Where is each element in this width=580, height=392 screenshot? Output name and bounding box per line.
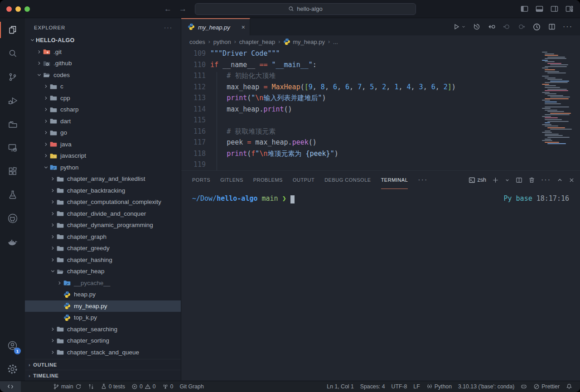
status-cursor-position[interactable]: Ln 1, Col 1 <box>324 381 357 392</box>
open-changes-icon[interactable] <box>488 23 496 31</box>
status-python-interpreter[interactable]: 3.10.13 ('base': conda) <box>455 381 517 392</box>
tree-item-chapter_array_and_linkedlist[interactable]: chapter_array_and_linkedlist <box>25 173 181 185</box>
status-prettier[interactable]: Prettier <box>530 381 563 392</box>
tree-item-.git[interactable]: .git <box>25 46 181 58</box>
explorer-more-actions-icon[interactable]: ··· <box>164 24 173 31</box>
navigate-forward-icon[interactable]: → <box>179 5 187 14</box>
timeline-section[interactable]: › TIMELINE <box>25 370 181 381</box>
code-line-116[interactable]: 116 # 获取堆顶元素 <box>181 126 580 137</box>
tree-item-chapter_dynamic_programming[interactable]: chapter_dynamic_programming <box>25 219 181 231</box>
close-tab-icon[interactable]: × <box>242 24 245 31</box>
panel-more-actions-icon[interactable]: ··· <box>541 176 551 184</box>
status-language-mode[interactable]: Python <box>423 381 455 392</box>
tree-item-chapter_graph[interactable]: chapter_graph <box>25 231 181 243</box>
status-encoding[interactable]: UTF-8 <box>388 381 411 392</box>
remote-explorer-icon[interactable] <box>0 136 25 160</box>
code-line-115[interactable]: 115 <box>181 115 580 126</box>
tree-item-chapter_hashing[interactable]: chapter_hashing <box>25 254 181 266</box>
zoom-window-button[interactable] <box>24 6 30 12</box>
next-change-icon[interactable] <box>517 23 526 31</box>
tree-item-heap.py[interactable]: heap.py <box>25 289 181 300</box>
toggle-sidebar-icon[interactable] <box>520 5 529 13</box>
panel-tab-gitlens[interactable]: GITLENS <box>220 171 243 189</box>
minimize-window-button[interactable] <box>15 6 21 12</box>
status-tests[interactable]: 0 tests <box>97 381 128 392</box>
status-git-branch[interactable]: main <box>50 381 85 392</box>
more-actions-icon[interactable]: ··· <box>563 23 573 31</box>
breadcrumb-item[interactable]: my_heap.py <box>283 38 325 45</box>
tree-item-chapter_computational_complexity[interactable]: chapter_computational_complexity <box>25 196 181 208</box>
code-line-111[interactable]: 111 # 初始化大顶堆 <box>181 70 580 82</box>
code-line-119[interactable]: 119 <box>181 159 580 170</box>
terminal-shell-label[interactable]: zsh <box>469 177 486 184</box>
tree-item-csharp[interactable]: csharp <box>25 104 181 116</box>
run-python-file-icon[interactable] <box>452 23 466 31</box>
project-folders-icon[interactable] <box>0 112 25 136</box>
breadcrumb-item[interactable]: ... <box>333 39 338 45</box>
tree-item-codes[interactable]: codes <box>25 69 181 81</box>
tree-item-cpp[interactable]: cpp <box>25 92 181 104</box>
status-notifications[interactable] <box>563 381 575 392</box>
source-control-icon[interactable] <box>0 65 25 89</box>
status-git-compare[interactable] <box>85 381 97 392</box>
split-editor-icon[interactable] <box>548 23 556 31</box>
panel-tab-output[interactable]: OUTPUT <box>293 171 314 189</box>
tree-item-chapter_searching[interactable]: chapter_searching <box>25 324 181 335</box>
tree-item-.github[interactable]: .github <box>25 58 181 69</box>
tree-item-java[interactable]: java <box>25 139 181 150</box>
tree-item-chapter_sorting[interactable]: chapter_sorting <box>25 335 181 347</box>
status-problems[interactable]: 00 <box>128 381 159 392</box>
tree-item-javascript[interactable]: JSjavascript <box>25 150 181 162</box>
customize-layout-icon[interactable] <box>565 5 574 13</box>
tree-item-chapter_divide_and_conquer[interactable]: chapter_divide_and_conquer <box>25 208 181 220</box>
breadcrumb-item[interactable]: python <box>213 39 231 45</box>
toggle-secondary-sidebar-icon[interactable] <box>550 5 559 13</box>
gitlens-annotations-icon[interactable] <box>532 23 541 31</box>
toggle-panel-icon[interactable] <box>535 5 544 13</box>
terminal-dropdown-icon[interactable] <box>505 178 510 183</box>
tree-item-c[interactable]: c <box>25 81 181 92</box>
panel-tab-debug-console[interactable]: DEBUG CONSOLE <box>324 171 371 189</box>
search-icon[interactable] <box>0 42 25 65</box>
code-line-118[interactable]: 118 print(f"\n堆顶元素为 {peek}") <box>181 148 580 160</box>
status-git-graph[interactable]: Git Graph <box>176 381 207 392</box>
explorer-icon[interactable] <box>0 18 25 42</box>
tree-item-__pycache__[interactable]: __pycache__ <box>25 277 181 289</box>
status-ports[interactable]: 0 <box>159 381 177 392</box>
status-remote-indicator[interactable] <box>0 381 21 392</box>
command-center-search[interactable]: hello-algo <box>195 3 416 15</box>
breadcrumb-item[interactable]: chapter_heap <box>239 39 276 45</box>
status-indentation[interactable]: Spaces: 4 <box>357 381 388 392</box>
panel-tab-terminal[interactable]: TERMINAL <box>381 171 408 189</box>
split-terminal-icon[interactable] <box>516 177 522 184</box>
run-and-debug-icon[interactable] <box>0 89 25 112</box>
panel-more-tabs-icon[interactable]: ··· <box>418 176 428 184</box>
navigate-back-icon[interactable]: ← <box>164 5 172 14</box>
tree-item-chapter_greedy[interactable]: chapter_greedy <box>25 242 181 254</box>
code-line-112[interactable]: 112 max_heap = MaxHeap([9, 8, 6, 6, 7, 5… <box>181 82 580 93</box>
tree-item-top_k.py[interactable]: top_k.py <box>25 312 181 324</box>
settings-gear-icon[interactable] <box>0 357 25 381</box>
kill-terminal-icon[interactable] <box>528 177 535 184</box>
testing-icon[interactable] <box>0 183 25 207</box>
close-window-button[interactable] <box>6 6 12 12</box>
extensions-icon[interactable] <box>0 160 25 183</box>
tree-item-chapter_backtracking[interactable]: chapter_backtracking <box>25 185 181 197</box>
panel-tab-ports[interactable]: PORTS <box>192 171 210 189</box>
tree-item-python[interactable]: python <box>25 162 181 174</box>
previous-change-icon[interactable] <box>503 23 511 31</box>
code-line-110[interactable]: 110if __name__ == "__main__": <box>181 59 580 71</box>
terminal-content[interactable]: ~/Dow/hello-algo main ❯ Py base 18:17:16 <box>181 189 580 381</box>
panel-tab-problems[interactable]: PROBLEMS <box>253 171 283 189</box>
code-line-109[interactable]: 109"""Driver Code""" <box>181 48 580 59</box>
accounts-icon[interactable]: 1 <box>0 334 25 357</box>
tree-item-dart[interactable]: dart <box>25 116 181 127</box>
tab-my-heap[interactable]: my_heap.py × <box>181 18 250 35</box>
code-editor[interactable]: 109"""Driver Code"""110if __name__ == "_… <box>181 48 580 170</box>
status-copilot[interactable] <box>517 381 530 392</box>
github-icon[interactable] <box>0 207 25 230</box>
file-history-icon[interactable] <box>473 23 481 31</box>
tree-item-chapter_stack_and_queue[interactable]: chapter_stack_and_queue <box>25 347 181 358</box>
breadcrumb-item[interactable]: codes <box>189 39 205 45</box>
docker-icon[interactable] <box>0 230 25 254</box>
